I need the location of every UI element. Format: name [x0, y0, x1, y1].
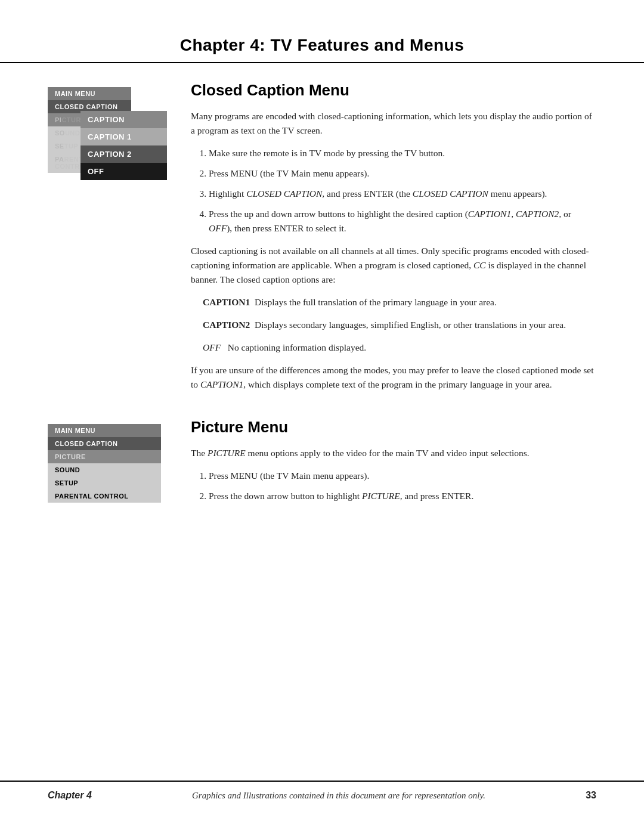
step-1: Make sure the remote is in TV mode by pr… [209, 146, 596, 160]
step-4: Press the up and down arrow buttons to h… [209, 207, 596, 236]
step-2: Press MENU (the TV Main menu appears). [209, 166, 596, 181]
caption-submenu: CAPTION CAPTION 1 CAPTION 2 OFF [80, 111, 167, 180]
picture-menu-text: Picture Menu The PICTURE menu options ap… [191, 418, 596, 512]
chapter-header: Chapter 4: TV Features and Menus [0, 0, 644, 63]
caption1-option: CAPTION 1 [80, 128, 167, 145]
closed-caption-text: Closed Caption Menu Many programs are en… [191, 81, 596, 400]
picture-menu-steps: Press MENU (the TV Main menu appears). P… [209, 469, 596, 503]
step-3: Highlight CLOSED CAPTION, and press ENTE… [209, 187, 596, 201]
picture-step-2: Press the down arrow button to highlight… [209, 489, 596, 503]
picture-menu-section: MAIN MENU CLOSED CAPTION PICTURE SOUND S… [48, 418, 596, 512]
closed-caption-section: MAIN MENU CLOSED CAPTION PICTURE SOUND S… [48, 81, 596, 400]
closed-caption-menu-diagram: MAIN MENU CLOSED CAPTION PICTURE SOUND S… [48, 81, 167, 400]
pm-picture-label: PICTURE [48, 450, 161, 463]
caption-option: CAPTION [80, 111, 167, 128]
main-menu-label: MAIN MENU [48, 87, 131, 100]
pm-parental-label: PARENTAL CONTROL [48, 490, 161, 503]
footer-chapter-label: Chapter 4 [48, 790, 92, 801]
closed-caption-steps: Make sure the remote is in TV mode by pr… [209, 146, 596, 236]
pm-closed-caption-label: CLOSED CAPTION [48, 437, 161, 450]
picture-step-1: Press MENU (the TV Main menu appears). [209, 469, 596, 483]
menu-wrapper: MAIN MENU CLOSED CAPTION PICTURE SOUND S… [48, 87, 167, 224]
closed-caption-heading: Closed Caption Menu [191, 81, 596, 100]
picture-menu-wrapper: MAIN MENU CLOSED CAPTION PICTURE SOUND S… [48, 424, 161, 503]
pm-main-menu-label: MAIN MENU [48, 424, 161, 437]
page-footer: Chapter 4 Graphics and Illustrations con… [0, 781, 644, 809]
off-desc: OFF No captioning information displayed. [203, 340, 596, 355]
pm-sound-label: SOUND [48, 463, 161, 476]
footer-page-number: 33 [586, 790, 596, 801]
caption2-desc: CAPTION2 Displays secondary languages, s… [203, 318, 596, 332]
chapter-title: Chapter 4: TV Features and Menus [48, 36, 596, 55]
picture-menu-diagram: MAIN MENU CLOSED CAPTION PICTURE SOUND S… [48, 418, 167, 512]
closed-caption-body2: If you are unsure of the differences amo… [191, 363, 596, 392]
picture-menu-heading: Picture Menu [191, 418, 596, 436]
closed-caption-intro: Many programs are encoded with closed-ca… [191, 109, 596, 138]
closed-caption-body1: Closed captioning is not available on al… [191, 244, 596, 287]
pm-setup-label: SETUP [48, 476, 161, 490]
caption1-desc: CAPTION1 Displays the full translation o… [203, 295, 596, 309]
caption2-option: CAPTION 2 [80, 145, 167, 163]
off-option: OFF [80, 163, 167, 180]
footer-disclaimer: Graphics and Illustrations contained in … [192, 791, 485, 801]
picture-menu-body1: The PICTURE menu options apply to the vi… [191, 446, 596, 460]
content-area: MAIN MENU CLOSED CAPTION PICTURE SOUND S… [0, 63, 644, 512]
